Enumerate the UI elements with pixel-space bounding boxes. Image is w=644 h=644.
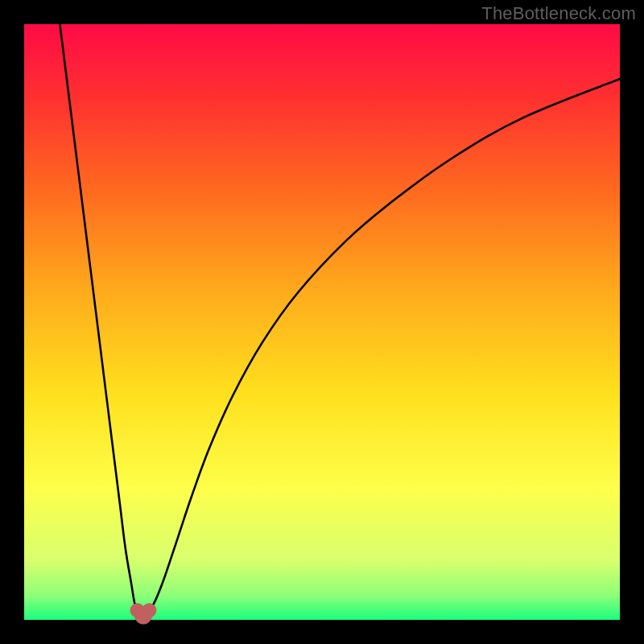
bottleneck-chart: [0, 0, 644, 644]
chart-container: TheBottleneck.com: [0, 0, 644, 644]
notch-marker-dot: [142, 603, 156, 617]
watermark-label: TheBottleneck.com: [481, 3, 636, 24]
